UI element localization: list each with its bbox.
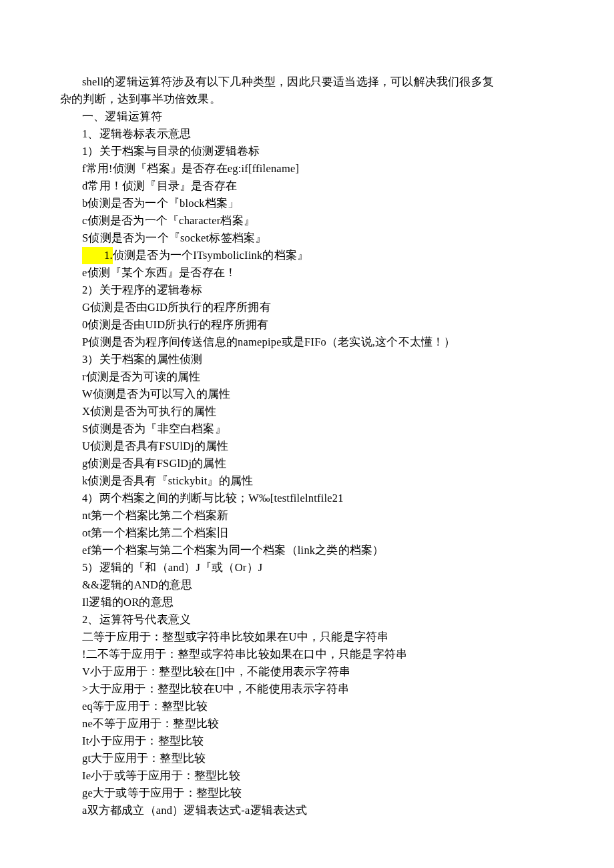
text-line: U侦测是否具有FSUlDj的属性	[60, 438, 554, 455]
text-line: 1）关于档案与目录的侦测逻辑卷标	[60, 143, 554, 160]
text-line: eq等于应用于：整型比较	[60, 698, 554, 715]
text-line: 2、运算符号代表意义	[60, 611, 554, 628]
text-line: 1.侦测是否为一个ITsymbolicIink的档案』	[60, 247, 554, 264]
text-line: P侦测是否为程序间传送信息的namepipe或是FIFo（老实说,这个不太懂！）	[60, 334, 554, 351]
text-line: k侦测是否具有『stickybit』的属性	[60, 472, 554, 490]
text-line: r侦测是否为可读的属性	[60, 368, 554, 386]
text-line: c侦测是否为一个『character档案』	[60, 212, 554, 230]
text-line: 二等于应用于：整型或字符串比较如果在U中，只能是字符串	[60, 628, 554, 646]
text-line: !二不等于应用于：整型或字符串比较如果在口中，只能是字符串	[60, 646, 554, 663]
text-line: ot第一个档案比第二个档案旧	[60, 524, 554, 542]
text-line: 3）关于档案的属性侦测	[60, 351, 554, 368]
text-line: f常用!侦测『档案』是否存在eg:if[ffilename]	[60, 160, 554, 177]
text-line: 0侦测是否由UID所执行的程序所拥有	[60, 316, 554, 334]
text-line: G侦测是否由GID所执行的程序所拥有	[60, 299, 554, 316]
text-line: W侦测是否为可以写入的属性	[60, 386, 554, 403]
text-line: gt大于应用于：整型比较	[60, 750, 554, 767]
text-line: e侦测『某个东西』是否存在！	[60, 264, 554, 282]
text-line: ef第一个档案与第二个档案为同一个档案（link之类的档案）	[60, 542, 554, 559]
text-line: 4）两个档案之间的判断与比较；W‰[testfilelntfile21	[60, 490, 554, 507]
text-line: nt第一个档案比第二个档案新	[60, 507, 554, 524]
text-line: shell的逻辑运算符涉及有以下几种类型，因此只要适当选择，可以解决我们很多复	[60, 73, 554, 91]
text-line: 1、逻辑卷标表示意思	[60, 125, 554, 143]
text-line: &&逻辑的AND的意思	[60, 576, 554, 594]
text-line: It小于应用于：整型比较	[60, 733, 554, 750]
text-line: X侦测是否为可执行的属性	[60, 403, 554, 420]
text-line: S侦测是否为一个『socket标签档案』	[60, 230, 554, 247]
highlight: 1.	[82, 247, 113, 264]
text-line: ne不等于应用于：整型比较	[60, 715, 554, 733]
text-line: Ie小于或等于应用于：整型比较	[60, 767, 554, 785]
text-line: V小于应用于：整型比较在[]中，不能使用表示字符串	[60, 663, 554, 681]
text-line: ge大于或等于应用于：整型比较	[60, 785, 554, 802]
document-page: shell的逻辑运算符涉及有以下几种类型，因此只要适当选择，可以解决我们很多复杂…	[0, 0, 614, 859]
text-line: a双方都成立（and）逻辑表达式-a逻辑表达式	[60, 802, 554, 819]
text-line: >大于应用于：整型比较在U中，不能使用表示字符串	[60, 681, 554, 698]
text-line: 一、逻辑运算符	[60, 108, 554, 125]
text-line: 杂的判断，达到事半功倍效果。	[60, 91, 554, 108]
text-line: Il逻辑的OR的意思	[60, 594, 554, 611]
text-span: 侦测是否为一个ITsymbolicIink的档案』	[113, 249, 309, 262]
text-line: b侦测是否为一个『block档案」	[60, 195, 554, 212]
text-line: 5）逻辑的『和（and）J『或（Or）J	[60, 559, 554, 576]
text-line: 2）关于程序的逻辑卷标	[60, 282, 554, 299]
text-line: g侦测是否具有FSGlDj的属性	[60, 455, 554, 472]
text-line: S侦测是否为『非空白档案』	[60, 420, 554, 438]
text-line: d常用！侦测『目录』是否存在	[60, 177, 554, 195]
